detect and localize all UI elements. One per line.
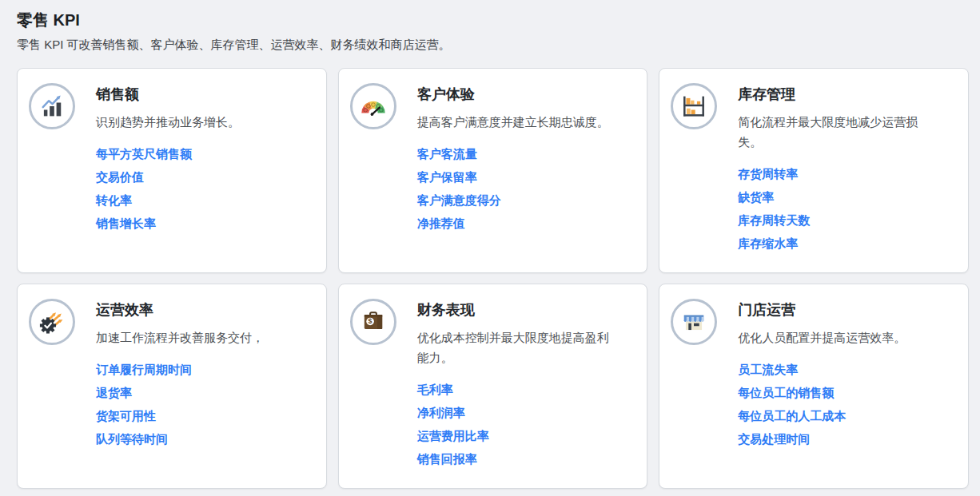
kpi-link[interactable]: 员工流失率 (738, 363, 798, 376)
satisfaction-gauge-icon (357, 95, 389, 117)
kpi-link[interactable]: 队列等待时间 (96, 432, 168, 446)
card-title: 运营效率 (96, 300, 264, 319)
page-subtitle: 零售 KPI 可改善销售额、客户体验、库存管理、运营效率、财务绩效和商店运营。 (17, 37, 969, 53)
kpi-link-item: 员工流失率 (738, 363, 906, 376)
card-description: 识别趋势并推动业务增长。 (96, 112, 240, 132)
kpi-link[interactable]: 退货率 (96, 386, 132, 399)
card-title: 门店运营 (738, 300, 906, 319)
kpi-link-item: 客户客流量 (417, 147, 609, 161)
kpi-link[interactable]: 交易价值 (96, 170, 144, 184)
kpi-link-item: 退货率 (96, 386, 264, 399)
kpi-link-item: 每位员工的销售额 (738, 386, 906, 399)
page-title: 零售 KPI (17, 10, 969, 30)
kpi-card: $ 财务表现 优化成本控制并最大限度地提高盈利能力。 毛利率净利润率运营费用比率… (338, 284, 648, 489)
kpi-link[interactable]: 销售回报率 (417, 452, 477, 466)
kpi-link[interactable]: 订单履行周期时间 (96, 363, 192, 376)
kpi-link-item: 转化率 (96, 193, 240, 207)
kpi-link[interactable]: 每位员工的销售额 (738, 386, 834, 399)
kpi-link[interactable]: 销售增长率 (96, 216, 156, 230)
card-body: 财务表现 优化成本控制并最大限度地提高盈利能力。 毛利率净利润率运营费用比率销售… (417, 297, 620, 475)
kpi-card: 客户体验 提高客户满意度并建立长期忠诚度。 客户客流量客户保留率客户满意度得分净… (338, 68, 648, 273)
kpi-link-item: 净推荐值 (417, 216, 609, 230)
kpi-card: 运营效率 加速工作流程并改善服务交付， 订单履行周期时间退货率货架可用性队列等待… (17, 284, 327, 489)
card-description: 加速工作流程并改善服务交付， (96, 327, 264, 347)
card-body: 库存管理 简化流程并最大限度地减少运营损失。 存货周转率缺货率库存周转天数库存缩… (738, 81, 941, 260)
kpi-card: 销售额 识别趋势并推动业务增长。 每平方英尺销售额交易价值转化率销售增长率 (17, 68, 327, 273)
kpi-link-item: 缺货率 (738, 190, 941, 204)
kpi-link[interactable]: 每位员工的人工成本 (738, 409, 846, 423)
card-icon-circle (29, 83, 75, 129)
card-description: 优化人员配置并提高运营效率。 (738, 327, 906, 347)
kpi-link[interactable]: 客户保留率 (417, 170, 477, 184)
kpi-link-item: 队列等待时间 (96, 432, 264, 446)
card-description: 提高客户满意度并建立长期忠诚度。 (417, 112, 609, 132)
card-description: 简化流程并最大限度地减少运营损失。 (738, 112, 941, 152)
card-title: 销售额 (96, 85, 240, 104)
kpi-card-grid: 销售额 识别趋势并推动业务增长。 每平方英尺销售额交易价值转化率销售增长率 客户… (17, 68, 969, 489)
kpi-link[interactable]: 每平方英尺销售额 (96, 147, 192, 161)
kpi-page: 零售 KPI 零售 KPI 可改善销售额、客户体验、库存管理、运营效率、财务绩效… (0, 0, 980, 496)
bar-chart-growth-icon (38, 92, 66, 121)
kpi-link-item: 货架可用性 (96, 409, 264, 423)
kpi-card: 库存管理 简化流程并最大限度地减少运营损失。 存货周转率缺货率库存周转天数库存缩… (659, 68, 969, 273)
gear-arrows-icon (37, 307, 67, 337)
card-body: 门店运营 优化人员配置并提高运营效率。 员工流失率每位员工的销售额每位员工的人工… (738, 297, 906, 475)
kpi-link[interactable]: 交易处理时间 (738, 432, 810, 446)
kpi-link-item: 客户满意度得分 (417, 193, 609, 207)
card-description: 优化成本控制并最大限度地提高盈利能力。 (417, 327, 620, 367)
kpi-link-item: 交易价值 (96, 170, 240, 184)
card-body: 销售额 识别趋势并推动业务增长。 每平方英尺销售额交易价值转化率销售增长率 (96, 81, 240, 260)
kpi-link-list: 员工流失率每位员工的销售额每位员工的人工成本交易处理时间 (738, 363, 906, 446)
kpi-link-item: 库存缩水率 (738, 236, 941, 250)
kpi-link[interactable]: 存货周转率 (738, 167, 798, 181)
kpi-link-item: 销售回报率 (417, 452, 620, 466)
kpi-link[interactable]: 货架可用性 (96, 409, 156, 423)
card-body: 客户体验 提高客户满意度并建立长期忠诚度。 客户客流量客户保留率客户满意度得分净… (417, 81, 609, 260)
kpi-card: 门店运营 优化人员配置并提高运营效率。 员工流失率每位员工的销售额每位员工的人工… (659, 284, 969, 489)
kpi-link[interactable]: 库存周转天数 (738, 213, 810, 227)
kpi-link[interactable]: 客户满意度得分 (417, 193, 501, 207)
card-icon-circle (29, 299, 75, 345)
kpi-link-item: 销售增长率 (96, 216, 240, 230)
card-icon-circle (350, 83, 396, 129)
card-title: 库存管理 (738, 85, 941, 104)
kpi-link-item: 存货周转率 (738, 167, 941, 181)
kpi-link[interactable]: 净利润率 (417, 406, 465, 419)
card-icon-circle (671, 299, 717, 345)
kpi-link[interactable]: 客户客流量 (417, 147, 477, 161)
kpi-link-list: 客户客流量客户保留率客户满意度得分净推荐值 (417, 147, 609, 230)
briefcase-dollar-icon: $ (358, 307, 388, 337)
kpi-link-item: 订单履行周期时间 (96, 363, 264, 376)
kpi-link-item: 客户保留率 (417, 170, 609, 184)
inventory-shelf-icon (679, 92, 708, 121)
kpi-link-item: 净利润率 (417, 406, 620, 419)
kpi-link-list: 每平方英尺销售额交易价值转化率销售增长率 (96, 147, 240, 230)
kpi-link[interactable]: 转化率 (96, 193, 132, 207)
card-icon-circle (671, 83, 717, 129)
kpi-link-list: 订单履行周期时间退货率货架可用性队列等待时间 (96, 363, 264, 446)
kpi-link[interactable]: 库存缩水率 (738, 236, 798, 250)
kpi-link-list: 毛利率净利润率运营费用比率销售回报率 (417, 383, 620, 466)
kpi-link-item: 毛利率 (417, 383, 620, 396)
kpi-link-item: 每位员工的人工成本 (738, 409, 906, 423)
card-title: 财务表现 (417, 300, 620, 319)
kpi-link-list: 存货周转率缺货率库存周转天数库存缩水率 (738, 167, 941, 250)
kpi-link-item: 库存周转天数 (738, 213, 941, 227)
kpi-link[interactable]: 毛利率 (417, 383, 453, 396)
kpi-link-item: 交易处理时间 (738, 432, 906, 446)
kpi-link[interactable]: 净推荐值 (417, 216, 465, 230)
kpi-link-item: 每平方英尺销售额 (96, 147, 240, 161)
kpi-link-item: 运营费用比率 (417, 429, 620, 442)
card-title: 客户体验 (417, 85, 609, 104)
svg-text:$: $ (368, 317, 372, 325)
kpi-link[interactable]: 缺货率 (738, 190, 774, 204)
card-icon-circle: $ (350, 299, 396, 345)
kpi-link[interactable]: 运营费用比率 (417, 429, 489, 442)
card-body: 运营效率 加速工作流程并改善服务交付， 订单履行周期时间退货率货架可用性队列等待… (96, 297, 264, 475)
storefront-icon (679, 307, 709, 337)
